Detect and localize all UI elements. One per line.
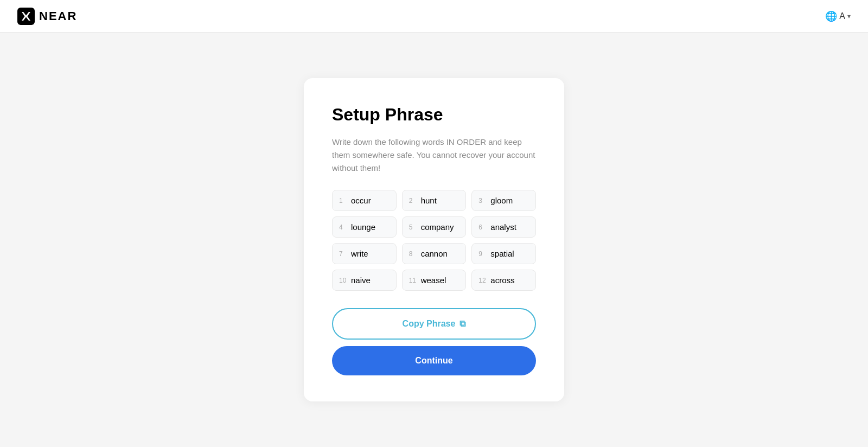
continue-button[interactable]: Continue [332,346,536,375]
translate-icon: 🌐 [825,10,837,22]
card-title: Setup Phrase [332,104,536,125]
phrase-number: 9 [478,250,486,258]
continue-label: Continue [415,356,452,365]
phrase-word: hunt [421,196,437,205]
phrase-item: 10naive [332,270,397,291]
phrase-number: 5 [409,224,417,231]
card-description: Write down the following words IN ORDER … [332,136,536,175]
phrase-word: analyst [490,222,516,232]
header: NEAR 🌐 A ▾ [0,0,868,33]
phrase-item: 9spatial [471,243,536,264]
phrase-word: spatial [490,249,514,258]
copy-phrase-button[interactable]: Copy Phrase ⧉ [332,308,536,340]
phrase-number: 3 [478,197,486,205]
phrase-word: gloom [490,196,513,205]
phrase-item: 8cannon [402,243,467,264]
phrase-item: 6analyst [471,216,536,238]
phrase-item: 3gloom [471,190,536,211]
phrase-item: 2hunt [402,190,467,211]
copy-icon: ⧉ [459,319,465,329]
near-logo-icon [17,8,35,25]
phrase-item: 1occur [332,190,397,211]
phrase-number: 2 [409,197,417,205]
phrase-number: 10 [339,277,347,284]
language-label: A [839,11,845,21]
phrase-item: 4lounge [332,216,397,238]
phrase-number: 12 [478,277,486,284]
logo-text: NEAR [39,9,77,23]
chevron-down-icon: ▾ [847,12,851,20]
phrase-word: lounge [351,222,375,232]
phrase-word: naive [351,276,371,285]
phrase-word: occur [351,196,371,205]
phrase-number: 8 [409,250,417,258]
phrase-number: 4 [339,224,347,231]
phrase-item: 5company [402,216,467,238]
phrase-number: 6 [478,224,486,231]
phrase-item: 7write [332,243,397,264]
main-content: Setup Phrase Write down the following wo… [0,33,868,447]
phrase-word: cannon [421,249,448,258]
copy-phrase-label: Copy Phrase [403,319,456,329]
phrase-grid: 1occur2hunt3gloom4lounge5company6analyst… [332,190,536,291]
phrase-word: write [351,249,368,258]
logo: NEAR [17,8,77,25]
phrase-word: weasel [421,276,446,285]
phrase-item: 12across [471,270,536,291]
phrase-word: company [421,222,454,232]
phrase-word: across [490,276,514,285]
phrase-item: 11weasel [402,270,467,291]
phrase-number: 7 [339,250,347,258]
phrase-number: 11 [409,277,417,284]
language-selector[interactable]: 🌐 A ▾ [825,10,851,22]
setup-phrase-card: Setup Phrase Write down the following wo… [304,78,564,401]
phrase-number: 1 [339,197,347,205]
